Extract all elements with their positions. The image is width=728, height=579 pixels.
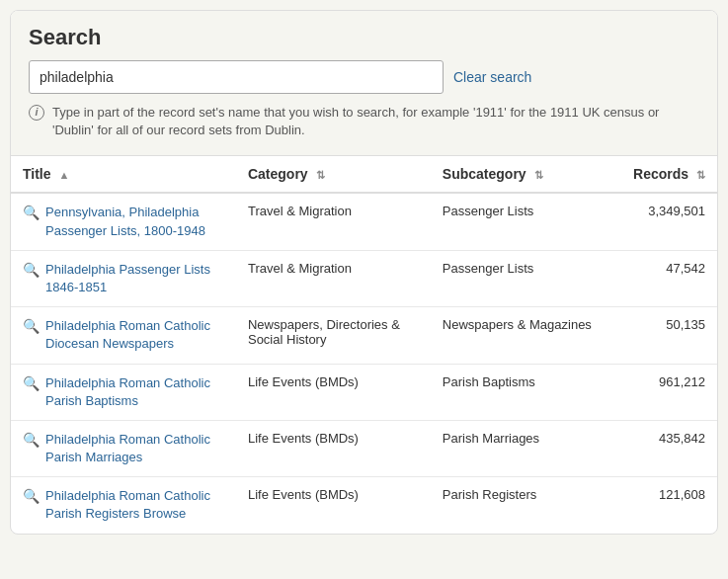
row-search-icon-4: 🔍 [23,432,40,448]
cell-title-5: 🔍 Philadelphia Roman Catholic Parish Reg… [11,477,236,534]
cell-category-3: Life Events (BMDs) [236,364,431,420]
table-body: 🔍 Pennsylvania, Philadelphia Passenger L… [11,193,717,533]
record-link-5[interactable]: Philadelphia Roman Catholic Parish Regis… [45,487,224,523]
search-input[interactable] [29,60,444,94]
record-link-1[interactable]: Philadelphia Passenger Lists 1846-1851 [45,261,224,296]
results-table: Title ▲ Category ⇅ Subcategory ⇅ Records… [11,156,717,533]
results-table-wrapper: Title ▲ Category ⇅ Subcategory ⇅ Records… [11,156,717,533]
cell-title-0: 🔍 Pennsylvania, Philadelphia Passenger L… [11,193,236,250]
row-search-icon-2: 🔍 [23,318,40,334]
info-row: i Type in part of the record set's name … [29,104,699,139]
row-search-icon-1: 🔍 [23,262,40,278]
cell-category-5: Life Events (BMDs) [236,477,431,534]
record-link-3[interactable]: Philadelphia Roman Catholic Parish Bapti… [45,374,224,410]
info-text: Type in part of the record set's name th… [52,104,699,139]
col-header-category[interactable]: Category ⇅ [236,156,431,193]
table-row: 🔍 Philadelphia Roman Catholic Diocesan N… [11,307,717,364]
cell-category-1: Travel & Migration [236,250,431,306]
cell-title-2: 🔍 Philadelphia Roman Catholic Diocesan N… [11,307,236,364]
cell-records-5: 121,608 [614,477,717,534]
table-row: 🔍 Philadelphia Roman Catholic Parish Mar… [11,420,717,476]
col-header-records[interactable]: Records ⇅ [614,156,717,193]
table-row: 🔍 Philadelphia Passenger Lists 1846-1851… [11,250,717,306]
sort-icon-title: ▲ [58,169,69,181]
cell-subcategory-2: Newspapers & Magazines [431,307,615,364]
search-row: Clear search [29,60,699,94]
record-link-2[interactable]: Philadelphia Roman Catholic Diocesan New… [45,317,224,353]
page-title: Search [29,25,699,50]
cell-records-4: 435,842 [614,420,717,476]
cell-records-2: 50,135 [614,307,717,364]
cell-title-3: 🔍 Philadelphia Roman Catholic Parish Bap… [11,364,236,420]
cell-category-4: Life Events (BMDs) [236,420,431,476]
cell-subcategory-4: Parish Marriages [431,420,615,476]
col-header-title[interactable]: Title ▲ [11,156,236,193]
row-search-icon-0: 🔍 [23,205,40,220]
sort-icon-subcategory: ⇅ [534,169,543,182]
cell-category-2: Newspapers, Directories & Social History [236,307,431,364]
sort-icon-records: ⇅ [696,169,705,182]
col-header-subcategory[interactable]: Subcategory ⇅ [431,156,615,193]
table-header: Title ▲ Category ⇅ Subcategory ⇅ Records… [11,156,717,193]
cell-category-0: Travel & Migration [236,193,431,250]
cell-records-0: 3,349,501 [614,193,717,250]
clear-search-button[interactable]: Clear search [453,69,531,85]
cell-records-1: 47,542 [614,250,717,306]
search-header: Search Clear search i Type in part of th… [11,11,717,156]
table-row: 🔍 Pennsylvania, Philadelphia Passenger L… [11,193,717,250]
cell-records-3: 961,212 [614,364,717,420]
row-search-icon-3: 🔍 [23,375,40,391]
main-container: Search Clear search i Type in part of th… [10,10,718,535]
table-row: 🔍 Philadelphia Roman Catholic Parish Bap… [11,364,717,420]
row-search-icon-5: 🔍 [23,488,40,504]
cell-subcategory-3: Parish Baptisms [431,364,615,420]
cell-subcategory-5: Parish Registers [431,477,615,534]
cell-subcategory-0: Passenger Lists [431,193,615,250]
info-icon: i [29,105,44,121]
sort-icon-category: ⇅ [316,169,325,182]
cell-title-1: 🔍 Philadelphia Passenger Lists 1846-1851 [11,250,236,306]
cell-title-4: 🔍 Philadelphia Roman Catholic Parish Mar… [11,420,236,476]
cell-subcategory-1: Passenger Lists [431,250,615,306]
record-link-4[interactable]: Philadelphia Roman Catholic Parish Marri… [45,431,224,466]
record-link-0[interactable]: Pennsylvania, Philadelphia Passenger Lis… [45,204,224,239]
table-row: 🔍 Philadelphia Roman Catholic Parish Reg… [11,477,717,534]
